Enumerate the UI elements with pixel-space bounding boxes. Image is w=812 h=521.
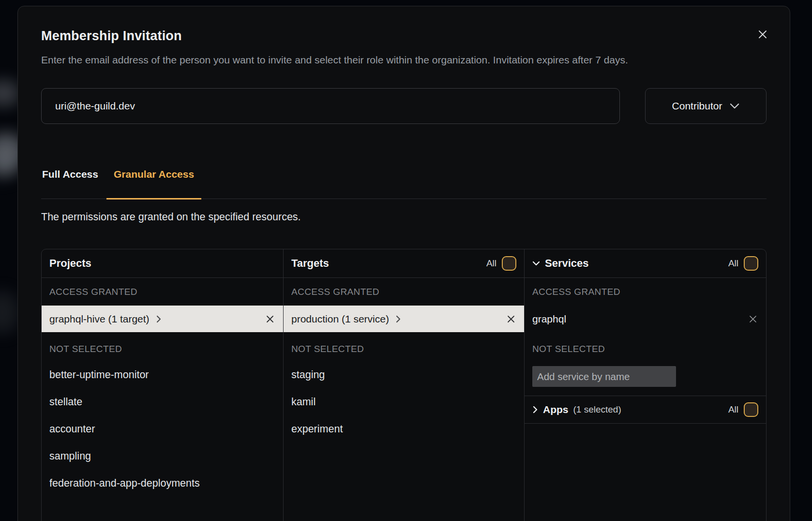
- targets-all-checkbox[interactable]: [502, 256, 516, 271]
- apps-row[interactable]: Apps (1 selected) All: [525, 396, 766, 424]
- role-select-value: Contributor: [672, 100, 722, 112]
- project-selected-row[interactable]: graphql-hive (1 target): [42, 306, 283, 332]
- project-selected-label: graphql-hive (1 target): [49, 313, 150, 325]
- target-item[interactable]: kamil: [284, 388, 524, 415]
- services-column: ACCESS GRANTED graphql NOT SELECTED Ap: [525, 278, 766, 521]
- apps-empty-area: [525, 424, 766, 521]
- chevron-right-icon: [396, 315, 401, 323]
- apps-all-checkbox[interactable]: [744, 402, 758, 417]
- targets-header-label: Targets: [291, 257, 329, 270]
- remove-project-button[interactable]: [265, 314, 275, 324]
- service-granted-label: graphql: [532, 313, 566, 325]
- access-granted-label: ACCESS GRANTED: [42, 278, 283, 306]
- project-item[interactable]: better-uptime-monitor: [42, 361, 283, 388]
- target-item[interactable]: experiment: [284, 415, 524, 443]
- background-blur: [0, 160, 16, 179]
- chevron-right-icon: [532, 405, 538, 414]
- project-item[interactable]: stellate: [42, 388, 283, 415]
- dialog-title: Membership Invitation: [41, 29, 767, 44]
- project-item[interactable]: federation-and-app-deployments: [42, 470, 283, 497]
- target-selected-label: production (1 service): [291, 313, 389, 325]
- role-select[interactable]: Contributor: [645, 88, 767, 124]
- projects-header-label: Projects: [49, 257, 91, 270]
- projects-column-header: Projects: [42, 249, 283, 278]
- targets-column-header: Targets All: [283, 249, 525, 278]
- email-input[interactable]: [41, 88, 620, 124]
- close-button[interactable]: [756, 28, 769, 41]
- permissions-note: The permissions are granted on the speci…: [41, 210, 767, 224]
- services-all-checkbox[interactable]: [744, 256, 758, 271]
- chevron-down-icon: [730, 103, 739, 109]
- remove-service-button[interactable]: [748, 314, 758, 324]
- project-item[interactable]: accounter: [42, 415, 283, 443]
- resources-table: Projects Targets All Services All: [41, 249, 767, 521]
- invite-row: Contributor: [41, 88, 767, 124]
- access-tabs: Full Access Granular Access: [41, 168, 767, 199]
- access-granted-label: ACCESS GRANTED: [284, 278, 524, 306]
- add-service-input[interactable]: [532, 366, 676, 387]
- close-icon: [757, 29, 768, 40]
- services-all-label: All: [728, 258, 738, 269]
- project-item[interactable]: sampling: [42, 443, 283, 470]
- projects-column: ACCESS GRANTED graphql-hive (1 target) N…: [42, 278, 283, 521]
- target-item[interactable]: staging: [284, 361, 524, 388]
- not-selected-label: NOT SELECTED: [42, 332, 283, 361]
- not-selected-label: NOT SELECTED: [284, 332, 524, 361]
- services-column-header[interactable]: Services All: [525, 249, 766, 278]
- access-granted-label: ACCESS GRANTED: [525, 278, 766, 306]
- remove-target-button[interactable]: [506, 314, 516, 324]
- targets-all-label: All: [486, 258, 496, 269]
- membership-invitation-dialog: Membership Invitation Enter the email ad…: [17, 6, 790, 521]
- targets-column: ACCESS GRANTED production (1 service) NO…: [283, 278, 525, 521]
- tab-granular-access[interactable]: Granular Access: [106, 168, 201, 199]
- apps-count: (1 selected): [573, 404, 621, 415]
- background-blur: [0, 291, 19, 334]
- remove-icon: [749, 315, 757, 323]
- remove-icon: [507, 315, 515, 323]
- apps-all-label: All: [728, 404, 738, 415]
- chevron-right-icon: [156, 315, 161, 323]
- services-header-label: Services: [545, 257, 589, 270]
- apps-label: Apps: [543, 404, 569, 415]
- tab-full-access[interactable]: Full Access: [35, 168, 105, 199]
- chevron-down-icon: [532, 261, 540, 266]
- dialog-description: Enter the email address of the person yo…: [41, 51, 670, 69]
- page-background: Membership Invitation Enter the email ad…: [0, 0, 812, 521]
- target-selected-row[interactable]: production (1 service): [284, 306, 524, 332]
- remove-icon: [266, 315, 274, 323]
- service-granted-row: graphql: [525, 306, 766, 332]
- not-selected-label: NOT SELECTED: [525, 332, 766, 361]
